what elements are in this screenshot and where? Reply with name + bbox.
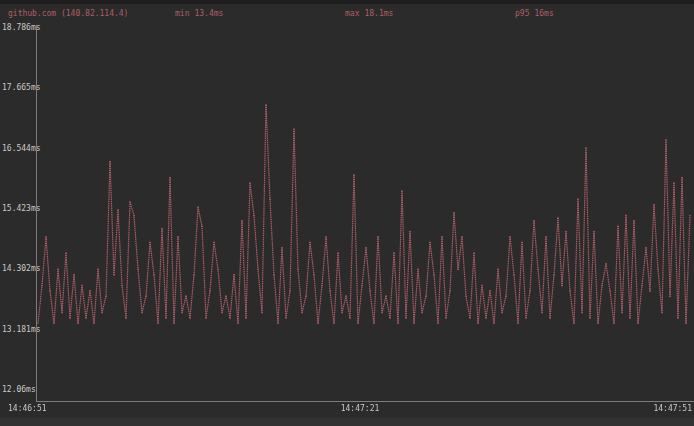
y-axis-line: [36, 25, 37, 402]
stat-max: max18.1ms: [345, 9, 393, 19]
x-axis-tick-end: 14:47:51: [653, 404, 692, 414]
x-axis-tick-middle: 14:47:21: [330, 404, 390, 414]
stat-max-label: max: [345, 9, 359, 18]
stat-p95-label: p95: [515, 9, 529, 18]
stat-p95-value: 16ms: [534, 9, 553, 18]
host-label: github.com (140.82.114.4): [8, 9, 128, 19]
y-axis-tick: 13.181ms: [2, 325, 46, 335]
stat-min-label: min: [175, 9, 189, 18]
y-axis-tick: 12.06ms: [2, 385, 46, 395]
stat-max-value: 18.1ms: [364, 9, 393, 18]
y-axis-tick: 15.423ms: [2, 204, 46, 214]
y-axis-tick: 18.786ms: [2, 23, 46, 33]
gping-terminal-screen: github.com (140.82.114.4) min13.4ms max1…: [0, 0, 694, 426]
y-axis-tick: 17.665ms: [2, 83, 46, 93]
bottom-border-strip: [0, 418, 694, 426]
y-axis-tick: 14.302ms: [2, 264, 46, 274]
x-axis-tick-start: 14:46:51: [8, 404, 47, 414]
y-axis-tick: 16.544ms: [2, 144, 46, 154]
top-border-strip: [0, 0, 694, 4]
latency-plot: [0, 0, 694, 426]
stat-min: min13.4ms: [175, 9, 223, 19]
x-axis-line: [36, 401, 694, 402]
stat-p95: p9516ms: [515, 9, 554, 19]
stat-min-value: 13.4ms: [194, 9, 223, 18]
